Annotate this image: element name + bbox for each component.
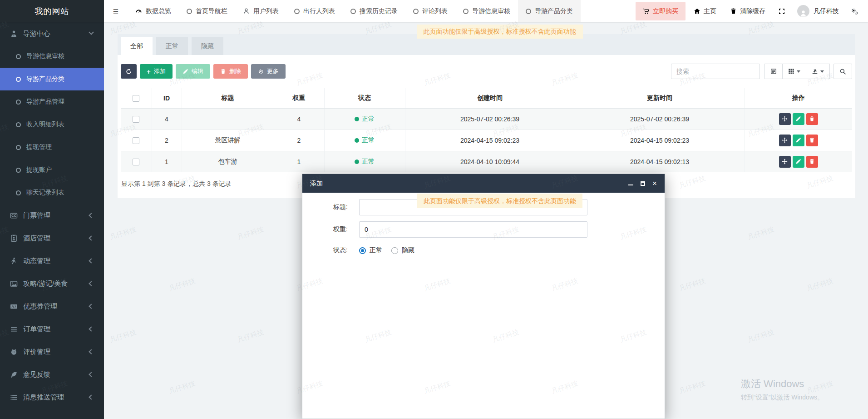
status-field-row: 状态: 正常 隐藏 (302, 244, 665, 257)
circle-icon (16, 145, 21, 150)
row-checkbox[interactable] (133, 137, 139, 144)
sidebar-item-label: 提现账户 (26, 166, 52, 174)
topnav-item-guide-category[interactable]: 导游产品分类 (518, 0, 581, 22)
close-button[interactable]: × (652, 180, 657, 187)
sidebar-item-chat-records[interactable]: 聊天记录列表 (0, 181, 104, 204)
col-header-updated[interactable]: 更新时间 (575, 88, 745, 108)
tab-hidden[interactable]: 隐藏 (192, 37, 223, 55)
sidebar-group-tickets[interactable]: 门票管理 (0, 204, 104, 227)
sidebar-item-label: 导游产品管理 (26, 98, 64, 106)
sidebar-group-guides-food[interactable]: 攻略/游记/美食 (0, 272, 104, 295)
delete-button[interactable]: 删除 (213, 64, 248, 79)
maximize-icon (641, 181, 645, 186)
clear-cache-button[interactable]: 清除缓存 (725, 7, 771, 15)
columns-button[interactable] (783, 64, 806, 79)
col-header-status[interactable]: 状态 (324, 88, 405, 108)
sidebar-group-moments[interactable]: 动态管理 (0, 249, 104, 272)
more-button[interactable]: 更多 (251, 64, 286, 79)
chevron-left-icon (89, 235, 94, 240)
dialog-header[interactable]: 添加 × (302, 174, 665, 193)
search-input[interactable] (671, 64, 760, 79)
topnav-item-guide-audit[interactable]: 导游信息审核 (455, 0, 518, 22)
sidebar-group-label: 优惠券管理 (23, 302, 57, 311)
drag-row-button[interactable] (779, 156, 791, 168)
table-row[interactable]: 1 包车游 1 正常 2024-04-10 10:09:44 2024-04-1… (121, 151, 852, 172)
sidebar-group-guide-center[interactable]: 导游中心 (0, 22, 104, 45)
sidebar-group-push-messages[interactable]: 消息推送管理 (0, 386, 104, 409)
minimize-button[interactable] (628, 181, 633, 185)
topnav-item-traveler-list[interactable]: 出行人列表 (286, 0, 343, 22)
home-icon (694, 8, 700, 15)
radio-selected-icon[interactable] (359, 247, 366, 254)
sidebar-item-guide-audit[interactable]: 导游信息审核 (0, 45, 104, 68)
topnav-item-comment-list[interactable]: 评论列表 (405, 0, 455, 22)
col-header-id[interactable]: ID (152, 88, 182, 108)
sidebar-item-withdraw-manage[interactable]: 提现管理 (0, 136, 104, 159)
sidebar-item-withdraw-account[interactable]: 提现账户 (0, 159, 104, 181)
sidebar-group-feedback[interactable]: 意见反馈 (0, 363, 104, 386)
drag-row-button[interactable] (779, 113, 791, 125)
topnav-item-user-list[interactable]: 用户列表 (235, 0, 286, 22)
edit-row-button[interactable] (793, 156, 804, 168)
sidebar-item-income-list[interactable]: 收入明细列表 (0, 113, 104, 136)
detail-view-button[interactable] (764, 64, 783, 79)
table-row[interactable]: 2 景区讲解 2 正常 2024-04-15 09:02:23 2024-04-… (121, 130, 852, 151)
col-header-created[interactable]: 创建时间 (405, 88, 575, 108)
settings-button[interactable] (846, 8, 863, 15)
sidebar-group-label: 门票管理 (23, 211, 50, 220)
sidebar-item-label: 导游信息审核 (26, 52, 64, 60)
export-button[interactable] (806, 64, 830, 79)
dialog-body: 此页面功能仅限于高级授权，标准授权不含此页面功能 标题: 权重: 状态: 正常 … (302, 193, 665, 419)
weight-input[interactable] (359, 221, 587, 238)
edit-row-button[interactable] (793, 135, 804, 146)
maximize-button[interactable] (641, 181, 645, 186)
brand-logo: 我的网站 (0, 0, 104, 22)
topnav-item-dashboard[interactable]: 数据总览 (128, 0, 179, 22)
edit-row-button[interactable] (793, 113, 804, 125)
circle-icon (413, 9, 419, 14)
avatar (797, 5, 809, 17)
buy-now-button[interactable]: 立即购买 (636, 2, 686, 20)
expand-icon (778, 8, 785, 15)
sidebar-item-guide-category[interactable]: 导游产品分类 (0, 68, 104, 90)
edit-button[interactable]: 编辑 (176, 64, 210, 79)
col-header-weight[interactable]: 权重 (274, 88, 324, 108)
search-submit-button[interactable] (833, 64, 852, 79)
user-menu[interactable]: 凡仔科技 (793, 5, 843, 17)
sidebar-group-label: 消息推送管理 (23, 393, 64, 402)
fullscreen-button[interactable] (774, 8, 790, 15)
search-icon (839, 68, 846, 75)
sidebar-group-hotels[interactable]: 酒店管理 (0, 227, 104, 249)
delete-row-button[interactable] (806, 113, 818, 125)
topnav-label: 用户列表 (253, 7, 279, 15)
sidebar-group-coupons[interactable]: 优惠券管理 (0, 295, 104, 318)
row-checkbox[interactable] (133, 116, 139, 123)
drag-row-button[interactable] (779, 135, 791, 146)
cell-weight: 2 (274, 130, 324, 151)
cc-card-icon (10, 212, 18, 219)
delete-row-button[interactable] (806, 156, 818, 168)
add-button[interactable]: + 添加 (140, 64, 173, 79)
status-radio-normal[interactable]: 正常 (359, 246, 382, 254)
sidebar-item-guide-product[interactable]: 导游产品管理 (0, 90, 104, 113)
col-header-title[interactable]: 标题 (182, 88, 274, 108)
radio-normal-label: 正常 (370, 246, 382, 254)
sidebar-group-orders[interactable]: 订单管理 (0, 318, 104, 340)
plus-icon: + (147, 68, 151, 75)
row-checkbox[interactable] (133, 159, 139, 165)
topnav-item-home-navbar[interactable]: 首页导航栏 (179, 0, 235, 22)
delete-row-button[interactable] (806, 135, 818, 146)
refresh-button[interactable] (121, 64, 137, 79)
homepage-link[interactable]: 主页 (688, 7, 722, 15)
table-row[interactable]: 4 4 正常 2025-07-02 00:26:39 2025-07-02 00… (121, 108, 852, 130)
sidebar-group-reviews[interactable]: 评价管理 (0, 340, 104, 363)
topnav-item-search-history[interactable]: 搜索历史记录 (343, 0, 405, 22)
github-icon (10, 348, 18, 356)
tab-normal[interactable]: 正常 (156, 37, 188, 55)
tab-all[interactable]: 全部 (121, 37, 153, 55)
sidebar-toggle-button[interactable]: ≡ (104, 0, 128, 22)
radio-unselected-icon[interactable] (391, 247, 398, 254)
status-radio-hidden[interactable]: 隐藏 (391, 246, 414, 254)
move-icon (782, 159, 788, 165)
select-all-checkbox[interactable] (133, 95, 139, 102)
